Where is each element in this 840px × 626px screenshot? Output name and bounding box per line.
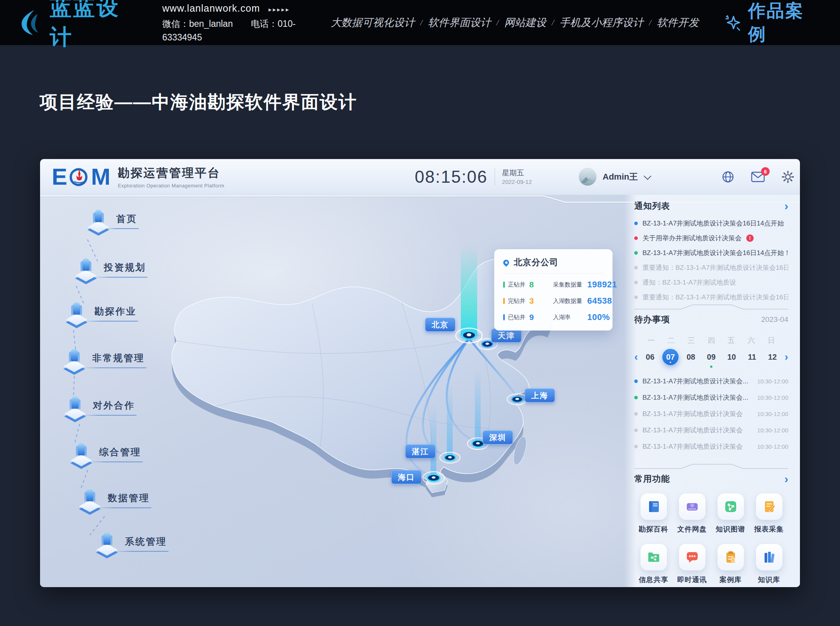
todo-title: 待办事项 — [634, 314, 670, 325]
todo-list: BZ-13-1-A7井测试地质设计决策会... 10:30-12:00 BZ-1… — [634, 377, 788, 451]
notification-item[interactable]: BZ-13-1-A7井测试地质设计决策会16日14点开始 NEW — [634, 219, 788, 228]
sidebar-item-home[interactable]: 首页 — [86, 206, 137, 234]
todo-text: BZ-13-1-A7井测试地质设计决策会 — [642, 409, 752, 418]
stat-label: 入湖数据量 — [553, 297, 583, 305]
func-exploration-wiki[interactable]: 勘探百科 — [639, 493, 668, 534]
status-dot-icon — [634, 396, 638, 399]
nav-separator: / — [497, 17, 499, 28]
todo-item[interactable]: BZ-13-1-A7井测试地质设计决策会 10:30-12:00 — [634, 442, 788, 451]
todo-text: BZ-13-1-A7井测试地质设计决策会... — [642, 393, 752, 402]
func-label: 即时通讯 — [677, 575, 707, 584]
weekday-label: 三 — [688, 336, 695, 346]
calendar-weekdays: 一 二 三 四 五 六 日 — [648, 336, 775, 346]
calendar-month: 2023-04 — [761, 315, 788, 324]
sidebar-item-general-mgmt[interactable]: 综合管理 — [69, 440, 141, 468]
calendar-next-icon[interactable]: › — [785, 351, 788, 362]
notification-text: 通知：BZ-13-1-A7井测试地质设 — [642, 278, 736, 287]
calendar-date[interactable]: 06 — [642, 349, 658, 365]
website-url[interactable]: www.lanlanwork.com — [162, 3, 260, 14]
stat-value: 8 — [529, 280, 534, 289]
platform-subtitle: Exploration Operation Management Platfor… — [118, 183, 224, 189]
stat-value: 64538 — [587, 296, 612, 306]
notification-item[interactable]: 关于用举办井测试地质设计决策会 ! — [634, 234, 788, 243]
nav-separator: / — [420, 17, 422, 28]
func-knowledge-graph[interactable]: 知识图谱 — [716, 493, 746, 534]
func-case-library[interactable]: 案例库 — [718, 544, 744, 584]
calendar-date[interactable]: 09 — [703, 349, 719, 365]
sidebar-item-system-mgmt[interactable]: 系统管理 — [94, 529, 167, 557]
calendar-prev-icon[interactable]: ‹ — [634, 351, 638, 362]
notification-item[interactable]: 重要通知：BZ-13-1-A7井测试地质设计决策会16日14... — [634, 293, 788, 302]
notification-item[interactable]: 重要通知：BZ-13-1-A7井测试地质设计决策会16日14... — [634, 263, 788, 272]
sidebar-item-label: 投资规划 — [104, 261, 146, 278]
status-dot-icon — [634, 379, 638, 383]
todo-item[interactable]: BZ-13-1-A7井测试地质设计决策会 10:30-12:00 — [634, 426, 788, 435]
portfolio-link[interactable]: 作品案例 — [722, 0, 821, 46]
func-info-share[interactable]: 信息共享 — [639, 544, 668, 584]
todo-text: BZ-13-1-A7井测试地质设计决策会 — [642, 426, 752, 435]
chevron-down-icon[interactable] — [644, 172, 651, 180]
data-mgmt-3d-icon — [77, 486, 102, 514]
popup-title: 北京分公司 — [514, 257, 558, 268]
calendar-date[interactable]: 11 — [744, 349, 760, 365]
globe-icon[interactable] — [721, 170, 735, 184]
clipboard-icon — [723, 549, 738, 565]
calendar-date[interactable]: 12 — [764, 349, 780, 365]
calendar-date[interactable]: 10 — [723, 349, 740, 365]
calendar-date-selected[interactable]: 07 — [662, 349, 679, 365]
calendar-date[interactable]: 08 — [683, 349, 699, 365]
drive-icon — [684, 499, 700, 514]
stat-value: 100% — [587, 312, 610, 322]
nav-item-bigdata[interactable]: 大数据可视化设计 — [331, 16, 415, 30]
user-menu[interactable]: Admin王 — [579, 168, 649, 186]
sidebar-item-exploration[interactable]: 勘探作业 — [64, 299, 136, 327]
mail-button[interactable]: 6 — [751, 171, 765, 183]
lanlan-logo-icon — [16, 8, 44, 37]
sidebar-item-data-mgmt[interactable]: 数据管理 — [77, 486, 150, 514]
map-pin-icon — [502, 258, 510, 266]
gear-icon[interactable] — [781, 170, 794, 184]
nav-item-mobile[interactable]: 手机及小程序设计 — [560, 16, 644, 30]
status-dot-icon — [634, 296, 638, 299]
notification-item[interactable]: 通知：BZ-13-1-A7井测试地质设 — [634, 278, 788, 287]
sidebar-item-unconventional[interactable]: 非常规管理 — [62, 346, 145, 374]
weekday-label: 五 — [728, 336, 735, 346]
nav-item-dev[interactable]: 软件开发 — [657, 16, 699, 30]
func-instant-messaging[interactable]: 即时通讯 — [677, 544, 707, 584]
nav-item-website[interactable]: 网站建设 — [504, 16, 546, 30]
functions-more-arrow-icon[interactable]: › — [784, 475, 788, 483]
stat-lake-rate: 入湖率 100% — [553, 312, 617, 322]
nav-separator: / — [552, 17, 554, 28]
site-logo[interactable]: 蓝蓝设计 — [16, 0, 140, 52]
func-file-cloud[interactable]: 文件网盘 — [677, 493, 707, 534]
notification-item[interactable]: BZ-13-1-A7井测试地质设计决策会16日14点开始！ — [634, 248, 788, 257]
graph-icon — [723, 499, 738, 514]
todo-time: 10:30-12:00 — [757, 378, 788, 385]
nav-separator: / — [649, 17, 651, 28]
weekday-label: 一 — [648, 336, 655, 346]
clock-date: 2022-09-12 — [502, 178, 532, 186]
stat-collected-data: 采集数据量 198921 — [553, 280, 617, 290]
map-canvas: 北京 天津 上海 深圳 湛江 海口 北京分公司 正钻井 8 采集数据量 1989… — [40, 195, 800, 587]
app-header: E M 勘探运营管理平台 Exploration Operation Manag… — [40, 159, 800, 195]
mail-badge: 6 — [761, 167, 770, 176]
functions-title: 常用功能 — [634, 473, 670, 485]
todo-text: BZ-13-1-A7井测试地质设计决策会 — [642, 442, 752, 451]
todo-item[interactable]: BZ-13-1-A7井测试地质设计决策会... 10:30-12:00 — [634, 393, 788, 402]
avatar[interactable] — [579, 168, 597, 186]
nav-item-software-ui[interactable]: 软件界面设计 — [428, 16, 491, 30]
func-knowledge-base[interactable]: 知识库 — [756, 544, 782, 584]
func-report-collect[interactable]: 报表采集 — [754, 493, 784, 534]
status-dot-icon — [634, 251, 638, 255]
sidebar-item-investment[interactable]: 投资规划 — [74, 255, 146, 283]
ecm-logo[interactable]: E M — [52, 165, 111, 189]
notification-text: BZ-13-1-A7井测试地质设计决策会16日14点开始 — [642, 219, 784, 228]
func-label: 报表采集 — [754, 525, 784, 534]
notifications-more-arrow-icon[interactable]: › — [784, 202, 788, 210]
stat-value: 3 — [529, 296, 534, 306]
sidebar-item-cooperation[interactable]: 对外合作 — [63, 393, 135, 421]
beijing-branch-popup: 北京分公司 正钻井 8 采集数据量 198921 完钻井 3 — [494, 249, 612, 330]
status-dot-icon — [634, 412, 638, 416]
todo-item[interactable]: BZ-13-1-A7井测试地质设计决策会 10:30-12:00 — [634, 409, 788, 418]
todo-item[interactable]: BZ-13-1-A7井测试地质设计决策会... 10:30-12:00 — [634, 377, 788, 386]
